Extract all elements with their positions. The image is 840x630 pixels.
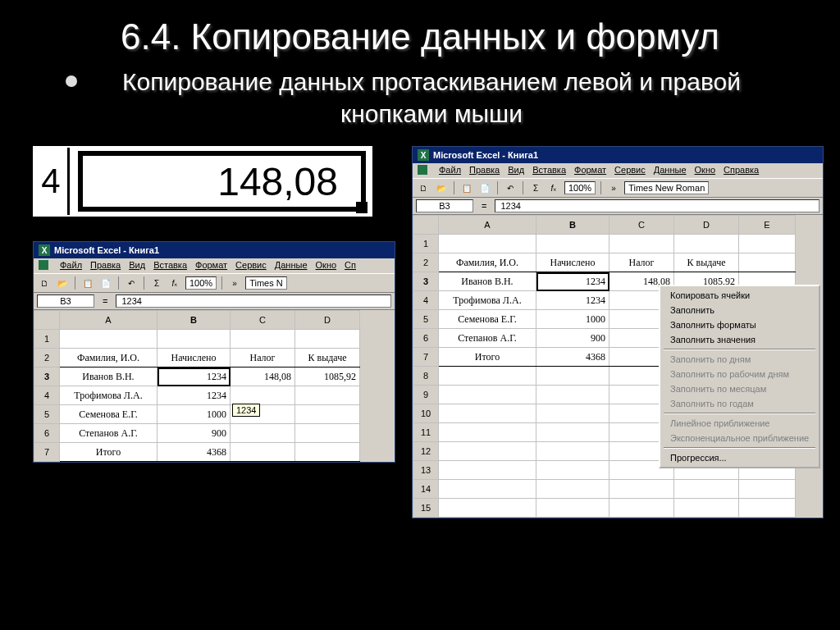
menu-tools[interactable]: Сервис	[614, 165, 646, 175]
new-icon[interactable]: 🗋	[37, 276, 52, 290]
menu-edit[interactable]: Правка	[90, 260, 121, 270]
new-icon[interactable]: 🗋	[416, 180, 431, 195]
col-c[interactable]: C	[609, 216, 674, 235]
name-box[interactable]: B3	[416, 199, 473, 212]
formula-value[interactable]: 1234	[116, 294, 391, 308]
menu-insert[interactable]: Вставка	[153, 260, 187, 270]
context-menu[interactable]: Копировать ячейки Заполнить Заполнить фо…	[659, 285, 820, 468]
menu-view[interactable]: Вид	[508, 165, 524, 175]
menu-bar[interactable]: Файл Правка Вид Вставка Формат Сервис Да…	[413, 163, 823, 178]
table-row: 3 Иванов В.Н. 1234 148,08 1085,92	[34, 368, 360, 386]
col-e[interactable]: E	[739, 216, 796, 235]
menu-data[interactable]: Данные	[654, 165, 687, 175]
ctx-exponential: Экспоненциальное приближение	[662, 431, 817, 445]
paste-icon[interactable]: 📄	[98, 276, 113, 290]
sum-icon[interactable]: Σ	[528, 180, 543, 195]
col-b[interactable]: B	[536, 216, 609, 235]
table-row: 1	[413, 235, 796, 253]
table-row: 4 Трофимова Л.А. 1234	[34, 386, 360, 405]
excel-icon: X	[418, 149, 429, 161]
table-row: 14	[413, 480, 796, 499]
fx-icon[interactable]: fₓ	[546, 180, 561, 195]
name-box[interactable]: B3	[37, 294, 94, 308]
zoom-cell-value: 148,08	[78, 151, 366, 212]
excel-window-right: X Microsoft Excel - Книга1 Файл Правка В…	[412, 146, 824, 518]
excel-icon: X	[39, 244, 50, 256]
col-c[interactable]: C	[231, 311, 295, 330]
slide-subtitle: Копирование данных протаскиванием левой …	[89, 66, 774, 130]
menu-edit[interactable]: Правка	[469, 165, 500, 175]
paste-icon[interactable]: 📄	[477, 180, 492, 195]
drag-tooltip: 1234	[232, 404, 260, 417]
col-d[interactable]: D	[674, 216, 739, 235]
doc-icon	[418, 165, 427, 175]
window-title: Microsoft Excel - Книга1	[54, 245, 159, 255]
menu-insert[interactable]: Вставка	[532, 165, 566, 175]
menu-help[interactable]: Справка	[724, 165, 759, 175]
ctx-linear: Линейное приближение	[662, 416, 817, 431]
menu-tools[interactable]: Сервис	[235, 260, 267, 270]
menu-window[interactable]: Окно	[695, 165, 716, 175]
open-icon[interactable]: 📂	[434, 180, 449, 195]
font-box[interactable]: Times N	[245, 276, 287, 290]
table-row: 2 Фамилия, И.О. Начислено Налог К выдаче	[34, 349, 360, 368]
chevron-icon[interactable]: »	[227, 276, 242, 290]
slide-title: 6.4. Копирование данных и формул	[33, 16, 807, 57]
fx-icon[interactable]: fₓ	[167, 276, 182, 290]
copy-icon[interactable]: 📋	[459, 180, 474, 195]
formula-bar[interactable]: B3 = 1234	[413, 198, 823, 215]
bullet-icon	[66, 75, 77, 87]
sum-icon[interactable]: Σ	[149, 276, 164, 290]
table-row: 1	[34, 330, 360, 349]
zoom-row-header: 4	[34, 148, 70, 215]
ctx-fill-days: Заполнить по дням	[662, 352, 817, 367]
title-bar[interactable]: X Microsoft Excel - Книга1	[34, 242, 395, 258]
table-row: 6 Степанов А.Г. 900	[34, 424, 360, 443]
ctx-fill-values[interactable]: Заполнить значения	[662, 332, 817, 347]
table-row: 15	[413, 499, 796, 518]
copy-icon[interactable]: 📋	[80, 276, 95, 290]
toolbar[interactable]: 🗋 📂 📋 📄 ↶ Σ fₓ 100% » Times N	[34, 273, 395, 293]
table-row: 5 Семенова Е.Г. 1000 1234	[34, 405, 360, 424]
equals-label: =	[482, 201, 486, 211]
col-d[interactable]: D	[295, 311, 360, 330]
open-icon[interactable]: 📂	[55, 276, 70, 290]
undo-icon[interactable]: ↶	[124, 276, 139, 290]
undo-icon[interactable]: ↶	[503, 180, 518, 195]
col-b[interactable]: B	[158, 311, 231, 330]
menu-data[interactable]: Данные	[275, 260, 308, 270]
ctx-fill[interactable]: Заполнить	[662, 303, 817, 317]
equals-label: =	[103, 296, 107, 306]
table-row: 7 Итого 4368	[34, 443, 360, 462]
menu-format[interactable]: Формат	[195, 260, 227, 270]
col-a[interactable]: A	[60, 311, 158, 330]
chevron-icon[interactable]: »	[606, 180, 621, 195]
doc-icon	[39, 260, 48, 270]
menu-file[interactable]: Файл	[439, 165, 461, 175]
menu-format[interactable]: Формат	[574, 165, 606, 175]
col-a[interactable]: A	[439, 216, 536, 235]
zoom-box[interactable]: 100%	[564, 181, 596, 194]
menu-view[interactable]: Вид	[129, 260, 145, 270]
formula-bar[interactable]: B3 = 1234	[34, 293, 395, 310]
zoom-box[interactable]: 100%	[185, 276, 217, 290]
ctx-progression[interactable]: Прогрессия...	[662, 450, 817, 465]
ctx-fill-months: Заполнить по месяцам	[662, 381, 817, 396]
spreadsheet-grid-left[interactable]: A B C D 1 2 Фамилия, И.О. Начислено Нало…	[34, 310, 360, 462]
ctx-fill-years: Заполнить по годам	[662, 396, 817, 411]
window-title: Microsoft Excel - Книга1	[433, 150, 538, 160]
ctx-fill-workdays: Заполнить по рабочим дням	[662, 367, 817, 381]
formula-value[interactable]: 1234	[495, 199, 819, 212]
ctx-copy-cells[interactable]: Копировать ячейки	[662, 288, 817, 303]
menu-window[interactable]: Окно	[316, 260, 337, 270]
menu-help[interactable]: Сп	[345, 260, 356, 270]
menu-file[interactable]: Файл	[60, 260, 82, 270]
toolbar[interactable]: 🗋 📂 📋 📄 ↶ Σ fₓ 100% » Times New Roman	[413, 178, 823, 198]
ctx-fill-formats[interactable]: Заполнить форматы	[662, 317, 817, 332]
excel-window-left: X Microsoft Excel - Книга1 Файл Правка В…	[33, 241, 395, 463]
menu-bar[interactable]: Файл Правка Вид Вставка Формат Сервис Да…	[34, 258, 395, 273]
table-row: 2 Фамилия, И.О. Начислено Налог К выдаче	[413, 253, 796, 272]
zoom-cell: 4 148,08	[33, 146, 372, 217]
font-box[interactable]: Times New Roman	[624, 181, 709, 194]
title-bar[interactable]: X Microsoft Excel - Книга1	[413, 147, 823, 163]
